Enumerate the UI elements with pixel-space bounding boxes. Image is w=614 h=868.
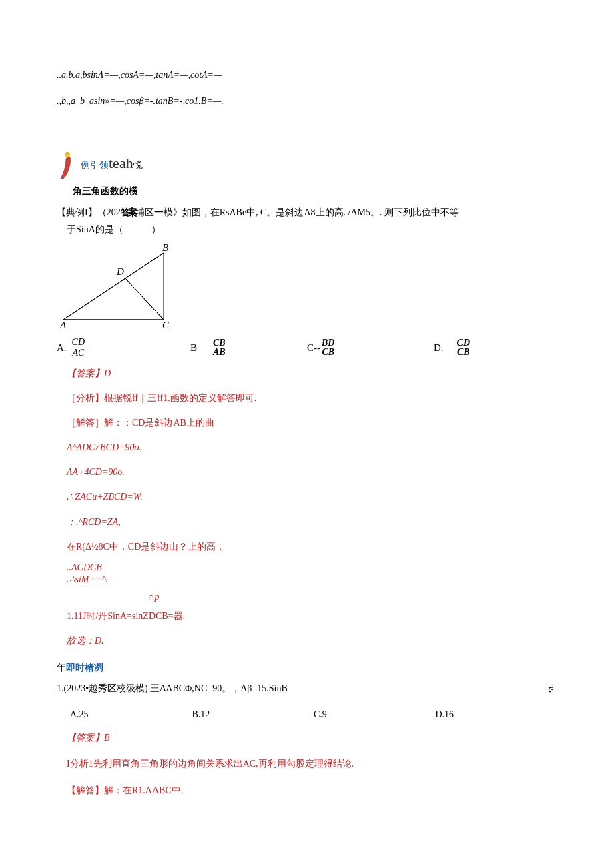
option-B: B CB AB bbox=[190, 338, 307, 358]
opt-D-label: D. bbox=[434, 339, 444, 357]
step-5: 在R(Δ½8C中，CD是斜边山？上的高， bbox=[67, 538, 557, 555]
section-emblem-row: 例引领teah悦 bbox=[57, 149, 557, 179]
q2-answer-line: 【答案】B bbox=[67, 729, 557, 746]
q2-option-D: D.16 bbox=[436, 706, 558, 723]
step-9: 1.11J时/丹SinA=sinZDCB=器. bbox=[67, 608, 557, 624]
practice-prefix: 年 bbox=[57, 663, 66, 673]
q1-cramped-text: 答案 bbox=[121, 207, 135, 218]
step-2: ΛA+4CD=90o. bbox=[67, 464, 557, 480]
q2-solution-block: 【答案】B I分析1先利用直角三角形的边角间关系求出AC,再利用勾股定理得结论.… bbox=[57, 729, 557, 799]
option-D: D. CD CB bbox=[434, 338, 471, 358]
options-row-2: A.25 B.12 C.9 D.16 bbox=[57, 706, 557, 723]
step-4: ：.^RCD=ZA, bbox=[67, 514, 557, 530]
q2-option-B: B.12 bbox=[192, 706, 314, 723]
opt-B-label: B bbox=[190, 339, 197, 357]
q2-text-inner: 1.(2023•越秀区校级模) 三ΔΛBCΦ,NC=90。，Λβ=15.SinB bbox=[57, 683, 288, 693]
svg-text:B: B bbox=[162, 243, 168, 253]
answer-value: D bbox=[104, 368, 111, 378]
svg-text:D: D bbox=[116, 266, 124, 277]
step-10: 故选：D. bbox=[67, 632, 557, 649]
step-7: .∴siM==^. bbox=[67, 575, 557, 584]
emblem-text: 例引领teah悦 bbox=[81, 150, 143, 179]
q2-answer-label: 【答案】 bbox=[67, 733, 104, 743]
q1-mid: 埔区一模》如图，在RsABe中, C。是斜边A8上的高. /AM5。. 则下列比… bbox=[135, 207, 459, 218]
q1-prefix: 【典例I】（202 bbox=[57, 207, 121, 218]
q2-analysis: I分析1先利用直角三角形的边角间关系求出AC,再利用勾股定理得结论. bbox=[67, 755, 557, 772]
section-heading: 角三角函数的横 bbox=[73, 183, 557, 199]
opt-B-den: AB bbox=[212, 348, 227, 358]
q1-line2: 于SinA的是（ ） bbox=[57, 221, 557, 238]
emblem-prefix: 例引领 bbox=[81, 160, 109, 170]
svg-line-9 bbox=[125, 253, 164, 278]
practice-question-1: 1.(2023•越秀区校级模) 三ΔΛBCΦ,NC=90。，Λβ=15.SinB… bbox=[57, 680, 557, 697]
opt-A-num: CD bbox=[71, 338, 86, 348]
step-3: .∵ZACu+ZBCD=W. bbox=[67, 488, 557, 505]
solution-block: 【答案】D ［分析】根据锐ff｜三ff1.函数的定义解答即可. ［解答］解：；C… bbox=[57, 365, 557, 650]
opt-C-num: BD bbox=[320, 338, 336, 348]
opt-A-den: AC bbox=[71, 348, 85, 358]
svg-line-8 bbox=[63, 278, 125, 320]
opt-C-den: CB bbox=[320, 348, 336, 358]
option-A: A. CD AC bbox=[57, 338, 190, 358]
option-C: C-- BD CB bbox=[307, 338, 434, 358]
emblem-suffix: 悦 bbox=[133, 160, 143, 170]
practice-header: 年即时楮冽 bbox=[57, 659, 557, 676]
opt-A-label: A. bbox=[57, 339, 67, 357]
answer-label: 【答案】 bbox=[67, 368, 104, 378]
options-row-1: A. CD AC B CB AB C-- BD CB D. CD CB bbox=[57, 338, 557, 358]
opt-B-frac: CB AB bbox=[212, 338, 227, 358]
opt-C-label: C-- bbox=[307, 339, 320, 357]
step-1: Λ^ADC≠BCD=90o. bbox=[67, 439, 557, 456]
emblem-main: teah bbox=[109, 155, 133, 171]
formula-line-1: ..a.b.a,bsinΛ=—,cosA=—,tanΛ=—,cotΛ=— bbox=[57, 67, 557, 83]
step-6: ..ACDCB bbox=[67, 563, 557, 572]
opt-D-num: CD bbox=[456, 338, 471, 348]
opt-B-num: CB bbox=[212, 338, 227, 348]
step-0: ［解答］解：；CD是斜边AB上的曲 bbox=[67, 414, 557, 431]
triangle-figure: A C B D bbox=[57, 243, 557, 335]
svg-line-10 bbox=[125, 278, 164, 320]
q2-option-A: A.25 bbox=[70, 706, 192, 723]
q2-text: 1.(2023•越秀区校级模) 三ΔΛBCΦ,NC=90。，Λβ=15.SinB bbox=[57, 680, 524, 697]
step-8: ∩p bbox=[67, 588, 240, 605]
opt-A-frac: CD AC bbox=[71, 338, 86, 358]
svg-text:C: C bbox=[162, 320, 170, 330]
emblem-icon bbox=[57, 149, 79, 179]
opt-C-frac: BD CB bbox=[320, 338, 336, 358]
q2-answer-value: B bbox=[104, 733, 110, 743]
formula-line-2: .,b,,a_b_asin»=—,cosβ=-.tanB=-,co1.B=—. bbox=[57, 93, 557, 109]
opt-D-frac: CD CB bbox=[456, 338, 471, 358]
q2-explain: 【解答】解：在R1.AABC中. bbox=[67, 782, 557, 799]
example-question-1: 【典例I】（202答案埔区一模》如图，在RsABe中, C。是斜边A8上的高. … bbox=[57, 204, 557, 221]
q2-option-C: C.9 bbox=[314, 706, 436, 723]
analysis-line: ［分析】根据锐ff｜三ff1.函数的定义解答即可. bbox=[67, 390, 557, 406]
q2-side-fraction: 3.5 bbox=[544, 685, 557, 692]
practice-label: 即时楮冽 bbox=[66, 663, 103, 673]
answer-line: 【答案】D bbox=[67, 365, 557, 382]
svg-text:A: A bbox=[59, 320, 67, 330]
opt-D-den: CB bbox=[456, 348, 471, 358]
